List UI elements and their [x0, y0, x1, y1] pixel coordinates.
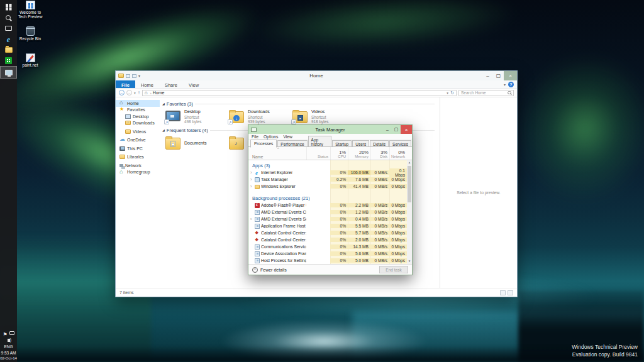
volume-icon[interactable] — [8, 339, 10, 342]
clock-time[interactable]: 9:53 AM — [1, 351, 16, 355]
network-icon[interactable] — [9, 331, 14, 335]
taskbar-button[interactable] — [0, 45, 17, 55]
refresh-icon[interactable]: ↻ — [450, 90, 454, 96]
taskman-close-button[interactable]: × — [401, 125, 412, 134]
up-button[interactable]: ↑ — [138, 90, 140, 96]
details-view-icon[interactable] — [500, 290, 506, 295]
nav-item[interactable]: Downloads — [116, 120, 160, 127]
breadcrumb[interactable]: Home — [153, 90, 165, 95]
taskbar-button[interactable] — [0, 13, 17, 23]
maximize-button[interactable]: ▢ — [493, 71, 504, 80]
desktop-icon[interactable]: Recycle Bin — [17, 26, 43, 41]
menu-item[interactable]: View — [283, 134, 292, 139]
taskman-minimize-button[interactable]: – — [383, 125, 392, 134]
nav-item[interactable]: Videos — [116, 128, 160, 135]
nav-item[interactable]: This PC — [116, 145, 160, 152]
process-row[interactable]: › Internet Explorer 0% 106.0 MB 0 MB/s 0… — [248, 169, 407, 176]
ribbon-tab[interactable]: View — [183, 80, 204, 88]
forward-button[interactable]: → — [126, 90, 132, 96]
group-header-favorites[interactable]: ◢ Favorites (3) — [162, 100, 440, 107]
taskman-title-bar[interactable]: Task Manager – ▢ × — [248, 125, 412, 134]
process-row[interactable]: › AMD External Events Service Mo... 0% 0… — [248, 216, 407, 222]
process-row[interactable]: › Windows Explorer 0% 41.4 MB 0 MB/s 0 M… — [248, 183, 407, 190]
process-row[interactable]: › Adobe® Flash® Player Utility 0% 2.2 MB… — [248, 202, 407, 209]
taskman-tab[interactable]: App history — [308, 136, 332, 147]
column-status[interactable]: Status — [306, 147, 330, 160]
process-row[interactable]: › AMD External Events Client Mo... 0% 1.… — [248, 209, 407, 216]
taskman-tab[interactable]: Performance — [277, 140, 307, 147]
column-name[interactable]: ^ Name — [248, 147, 306, 160]
column-cpu[interactable]: 1% CPU — [330, 147, 348, 160]
recent-locations-icon[interactable]: ▾ — [134, 91, 136, 95]
process-row[interactable]: › Host Process for Setting Synchr... 0% … — [248, 257, 407, 264]
nav-item[interactable]: OneDrive — [116, 137, 160, 144]
group-collapse-icon[interactable]: ◢ — [162, 102, 165, 106]
file-size: 498 bytes — [184, 119, 201, 124]
process-row[interactable]: › Catalyst Control Center: Host a... 0% … — [248, 229, 407, 236]
taskman-tab[interactable]: Startup — [332, 140, 352, 147]
nav-item[interactable]: Desktop — [116, 113, 160, 120]
taskman-tab[interactable]: Processes — [250, 140, 277, 148]
expander-icon[interactable]: › — [250, 170, 253, 175]
ribbon-tab[interactable]: File — [116, 80, 135, 88]
process-row[interactable]: › Application Frame Host 0% 5.5 MB 0 MB/… — [248, 222, 407, 229]
taskbar-button[interactable] — [0, 55, 17, 65]
menu-item[interactable]: File — [252, 134, 258, 139]
back-button[interactable]: ← — [119, 90, 125, 96]
language-indicator[interactable]: ENG — [4, 344, 13, 349]
taskbar-button[interactable] — [0, 34, 17, 44]
nav-item[interactable]: Favorites — [116, 107, 160, 114]
fewer-details-toggle[interactable]: ^ Fewer details — [252, 267, 287, 273]
process-row[interactable]: › Device Association Framework ... 0% 5.… — [248, 250, 407, 257]
address-field[interactable]: › Home ▾ ↻ — [142, 90, 457, 96]
scroll-up-icon[interactable]: ▲ — [407, 160, 412, 165]
cell-network: 0 Mbps — [389, 184, 407, 189]
help-icon[interactable]: ? — [508, 82, 514, 87]
minimize-button[interactable]: – — [482, 71, 493, 80]
group-collapse-icon[interactable]: ◢ — [162, 128, 165, 132]
taskman-maximize-button[interactable]: ▢ — [392, 125, 401, 134]
column-network[interactable]: 0% Network — [389, 147, 407, 160]
file-tile[interactable]: ↓ ▸ ↗ Downloads Shortcut 939 bytes — [226, 108, 289, 126]
expander-icon[interactable]: › — [250, 177, 253, 182]
group-header-apps[interactable]: Apps (3) — [248, 160, 407, 169]
process-row[interactable]: › Communications Service 0% 14.3 MB 0 MB… — [248, 243, 407, 250]
process-name: AMD External Events Client Mo... — [261, 210, 306, 214]
expander-icon[interactable]: › — [250, 184, 253, 189]
desktop-icon[interactable]: Welcome to Tech Preview — [17, 0, 43, 19]
close-button[interactable]: × — [504, 71, 517, 80]
scroll-down-icon[interactable]: ▼ — [407, 259, 412, 264]
expander-icon[interactable]: › — [250, 217, 253, 221]
taskman-tab[interactable]: Details — [370, 140, 389, 147]
nav-item[interactable]: Homegroup — [116, 169, 160, 176]
ribbon-tab[interactable]: Home — [135, 80, 159, 88]
thumbnail-view-icon[interactable] — [508, 290, 513, 295]
folder-tile[interactable]: ♪ Documents — [162, 135, 226, 151]
nav-item[interactable]: Libraries — [116, 154, 160, 161]
desktop-icon[interactable]: paint.net — [17, 53, 43, 67]
file-tile[interactable]: ↓ ▸ ↗ Videos Shortcut 918 bytes — [289, 108, 353, 126]
scrollbar[interactable]: ▲ ▼ — [407, 160, 412, 264]
process-row[interactable]: › Catalyst Control Center: Monito... 0% … — [248, 236, 407, 243]
scrollbar-thumb[interactable] — [408, 166, 411, 202]
file-tile[interactable]: ↓ ▸ ↗ Desktop Shortcut 498 bytes — [162, 108, 226, 126]
address-dropdown-icon[interactable]: ▾ — [447, 91, 448, 95]
end-task-button[interactable]: End task — [379, 266, 408, 273]
cell-memory: 5.6 MB — [348, 251, 370, 256]
process-row[interactable]: › Task Manager 0.2% 7.6 MB 0 MB/s 0 Mbps — [248, 176, 407, 183]
taskman-tab[interactable]: Users — [352, 140, 369, 147]
search-input[interactable]: Search Home — [458, 90, 514, 96]
column-disk[interactable]: 3% Disk — [370, 147, 389, 160]
taskbar-button[interactable] — [0, 2, 17, 12]
taskbar-button[interactable] — [0, 23, 17, 33]
column-memory[interactable]: 20% Memory — [348, 147, 370, 160]
taskbar-button[interactable] — [0, 66, 17, 79]
taskman-tab[interactable]: Services — [389, 140, 411, 147]
group-header-background[interactable]: Background processes (21) — [248, 193, 407, 202]
action-center-flag-icon[interactable] — [3, 327, 7, 339]
ribbon-collapse-icon[interactable]: ▾ — [504, 82, 506, 87]
ribbon-tab[interactable]: Share — [159, 80, 183, 88]
explorer-title-bar[interactable]: ▾ Home – ▢ × — [116, 71, 517, 80]
clock-date[interactable]: 02-Oct-14 — [0, 356, 17, 360]
menu-item[interactable]: Options — [264, 134, 278, 139]
